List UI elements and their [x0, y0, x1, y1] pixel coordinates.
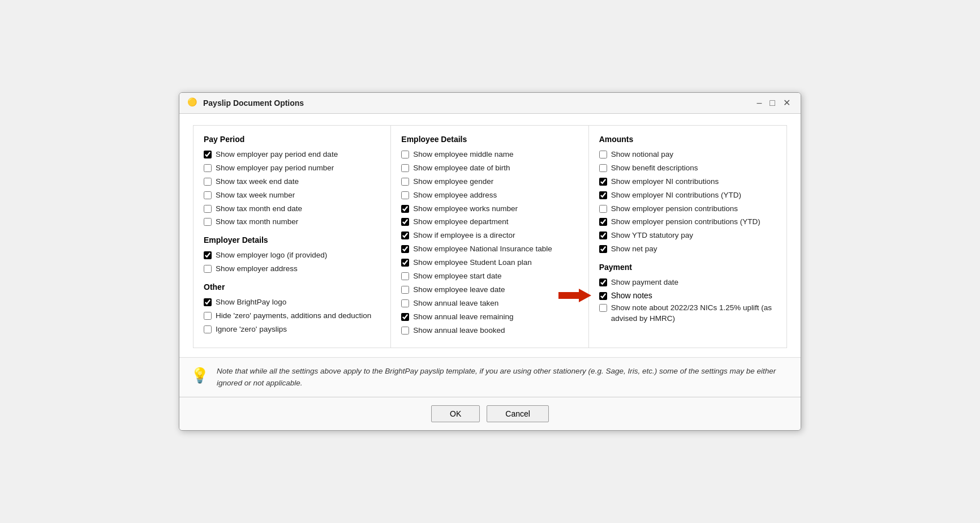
label-ot2[interactable]: Hide 'zero' payments, additions and dedu… [216, 311, 371, 321]
label-am6[interactable]: Show employer pension contributions (YTD… [611, 217, 760, 228]
checkbox-emp9[interactable] [401, 259, 409, 267]
list-item: Ignore 'zero' payslips [204, 324, 380, 335]
checkbox-ed2[interactable] [204, 265, 212, 273]
checkbox-pp6[interactable] [204, 218, 212, 226]
label-pay1[interactable]: Show payment date [611, 277, 678, 288]
label-pp5[interactable]: Show tax month end date [216, 204, 302, 215]
checkbox-pp1[interactable] [204, 151, 212, 158]
checkbox-ot1[interactable] [204, 298, 212, 306]
checkbox-emp5[interactable] [401, 205, 409, 213]
label-am4[interactable]: Show employer NI contributions (YTD) [611, 190, 741, 201]
column-2: Employee Details Show employee middle na… [391, 126, 588, 348]
label-pay2[interactable]: Show notes [611, 291, 652, 300]
checkbox-am8[interactable] [599, 245, 607, 253]
checkbox-pp5[interactable] [204, 205, 212, 213]
bulb-icon: 💡 [191, 367, 209, 384]
checkbox-am6[interactable] [599, 218, 607, 226]
list-item: Show employee middle name [401, 149, 578, 160]
checkbox-am3[interactable] [599, 178, 607, 186]
checkbox-ot2[interactable] [204, 312, 212, 320]
checkbox-emp8[interactable] [401, 245, 409, 253]
label-emp3[interactable]: Show employee gender [413, 177, 493, 187]
list-item: Show notional pay [599, 149, 776, 160]
list-item: Show tax month end date [204, 204, 380, 215]
checkbox-emp12[interactable] [401, 299, 409, 307]
checkbox-emp2[interactable] [401, 164, 409, 172]
checkbox-emp3[interactable] [401, 178, 409, 186]
label-pp3[interactable]: Show tax week end date [216, 177, 299, 187]
checkbox-ot3[interactable] [204, 325, 212, 333]
checkbox-am4[interactable] [599, 191, 607, 199]
label-emp13[interactable]: Show annual leave remaining [413, 312, 513, 323]
list-item: Show annual leave taken [401, 298, 578, 309]
label-emp2[interactable]: Show employee date of birth [413, 163, 510, 174]
label-emp10[interactable]: Show employee start date [413, 271, 501, 282]
ok-button[interactable]: OK [431, 405, 480, 422]
checkbox-emp13[interactable] [401, 313, 409, 321]
label-pp1[interactable]: Show employer pay period end date [216, 149, 338, 160]
cancel-button[interactable]: Cancel [487, 405, 549, 422]
minimize-button[interactable]: – [754, 98, 764, 108]
label-am7[interactable]: Show YTD statutory pay [611, 230, 693, 241]
label-ed2[interactable]: Show employer address [216, 264, 298, 275]
list-item: Show employee department [401, 217, 578, 228]
checkbox-emp7[interactable] [401, 232, 409, 239]
checkbox-emp11[interactable] [401, 286, 409, 294]
label-ot1[interactable]: Show BrightPay logo [216, 297, 286, 308]
checkbox-emp10[interactable] [401, 272, 409, 280]
checkbox-am7[interactable] [599, 232, 607, 239]
list-item: Hide 'zero' payments, additions and dedu… [204, 311, 380, 321]
checkbox-am5[interactable] [599, 205, 607, 213]
checkbox-ed1[interactable] [204, 251, 212, 259]
label-emp7[interactable]: Show if employee is a director [413, 230, 515, 241]
checkbox-pay3[interactable] [599, 304, 607, 312]
list-item: Show employee gender [401, 177, 578, 187]
checkbox-am1[interactable] [599, 151, 607, 158]
checkbox-emp4[interactable] [401, 191, 409, 199]
label-am5[interactable]: Show employer pension contributions [611, 204, 738, 215]
title-bar-left: 🟡 Payslip Document Options [187, 97, 304, 109]
label-emp4[interactable]: Show employee address [413, 190, 497, 201]
checkbox-emp6[interactable] [401, 218, 409, 226]
checkbox-pay1[interactable] [599, 278, 607, 286]
label-ot3[interactable]: Ignore 'zero' payslips [216, 324, 287, 335]
checkbox-emp14[interactable] [401, 327, 409, 335]
label-emp6[interactable]: Show employee department [413, 217, 508, 228]
label-pp6[interactable]: Show tax month number [216, 217, 298, 228]
label-pp2[interactable]: Show employer pay period number [216, 163, 334, 174]
list-item: Show annual leave booked [401, 325, 578, 336]
checkbox-pp3[interactable] [204, 178, 212, 186]
section-title-employer-details: Employer Details [204, 235, 380, 245]
section-title-other: Other [204, 282, 380, 291]
checkbox-am2[interactable] [599, 164, 607, 172]
column-3: Amounts Show notional pay Show benefit d… [589, 126, 786, 348]
checkbox-pp2[interactable] [204, 164, 212, 172]
list-item: Show employer pay period end date [204, 149, 380, 160]
maximize-button[interactable]: □ [767, 98, 777, 108]
list-item: Show employee National Insurance table [401, 244, 578, 255]
label-ed1[interactable]: Show employer logo (if provided) [216, 250, 327, 261]
label-am3[interactable]: Show employer NI contributions [611, 177, 719, 187]
label-pp4[interactable]: Show tax week number [216, 190, 295, 201]
label-emp11[interactable]: Show employee leave date [413, 285, 505, 295]
list-item: Show employer NI contributions (YTD) [599, 190, 776, 201]
checkbox-emp1[interactable] [401, 151, 409, 158]
label-emp12[interactable]: Show annual leave taken [413, 298, 498, 309]
checkbox-pp4[interactable] [204, 191, 212, 199]
label-emp9[interactable]: Show employee Student Loan plan [413, 258, 531, 268]
section-title-amounts: Amounts [599, 135, 776, 144]
label-am2[interactable]: Show benefit descriptions [611, 163, 698, 174]
label-emp1[interactable]: Show employee middle name [413, 149, 513, 160]
close-button[interactable]: ✕ [781, 98, 793, 108]
list-item: Show tax week number [204, 190, 380, 201]
title-bar: 🟡 Payslip Document Options – □ ✕ [179, 93, 801, 114]
label-emp8[interactable]: Show employee National Insurance table [413, 244, 552, 255]
label-emp5[interactable]: Show employee works number [413, 204, 518, 215]
list-item: Show employer pension contributions [599, 204, 776, 215]
label-pay3[interactable]: Show note about 2022/23 NICs 1.25% uplif… [611, 303, 776, 324]
label-am1[interactable]: Show notional pay [611, 149, 673, 160]
list-item: Show employee date of birth [401, 163, 578, 174]
label-emp14[interactable]: Show annual leave booked [413, 325, 505, 336]
checkbox-pay2[interactable] [599, 292, 607, 300]
label-am8[interactable]: Show net pay [611, 244, 657, 255]
